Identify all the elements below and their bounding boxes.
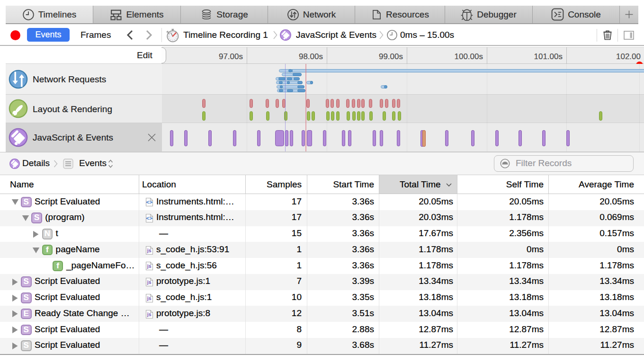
svg-text:<>: <>: [146, 199, 152, 205]
svg-text:js: js: [147, 264, 152, 269]
svg-text:js: js: [147, 295, 152, 301]
svg-text:js: js: [147, 248, 152, 253]
svg-text:<>: <>: [146, 215, 152, 221]
svg-text:js: js: [147, 311, 152, 317]
svg-text:js: js: [147, 279, 152, 285]
